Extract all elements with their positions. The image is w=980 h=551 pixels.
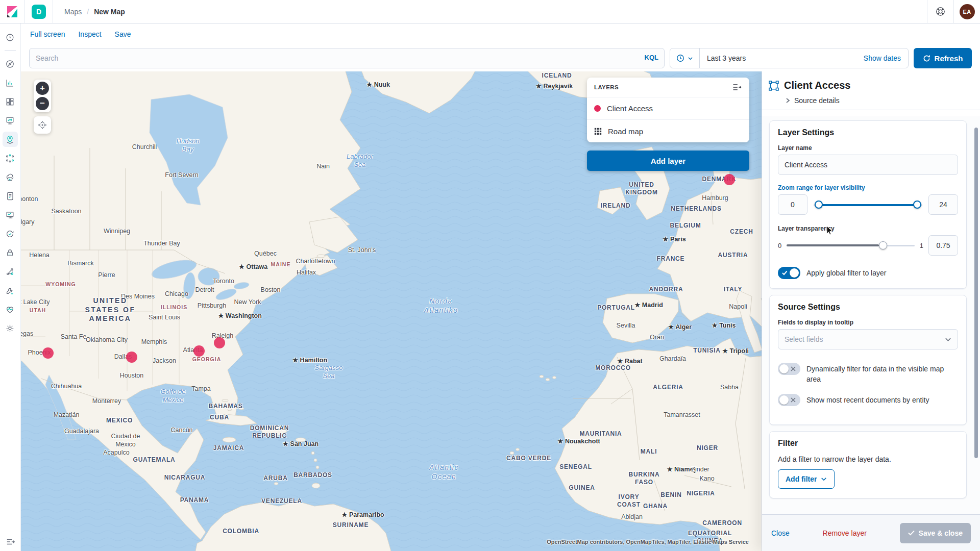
flyout-title: Client Access [784,80,850,91]
save-and-close-button[interactable]: Save & close [900,523,971,543]
time-range-value[interactable]: Last 3 years [700,54,746,62]
transparency-handle[interactable] [879,241,887,249]
close-button[interactable]: Close [771,529,790,537]
recently-viewed-icon [5,33,15,42]
sidebar-item-apm[interactable] [3,207,18,222]
zoom-range-label: Zoom range for layer visibility [778,184,958,191]
zoom-min-input[interactable]: 0 [778,194,807,215]
stack-monitoring-icon [5,305,15,314]
filter-heading: Filter [778,439,958,448]
global-filter-toggle[interactable] [778,267,800,279]
sidebar-item-security[interactable] [3,245,18,260]
sidebar-item-uptime[interactable] [3,226,18,241]
search-input[interactable] [29,48,665,68]
source-toggle[interactable] [778,363,800,375]
apm-icon [5,210,15,220]
time-picker-quick-menu[interactable] [670,48,700,68]
help-menu-button[interactable] [927,0,953,23]
flyout-scroll-area: Layer Settings Layer name Zoom range for… [762,116,980,514]
full-screen-button[interactable]: Full screen [30,30,65,38]
layers-panel: LAYERS Client Access Road map [587,78,749,142]
kibana-logo-icon [6,5,19,18]
layer-row-client-access[interactable]: Client Access [587,97,749,120]
set-view-button[interactable] [34,116,51,134]
tooltip-fields-select[interactable]: Select fields [778,329,958,349]
sidebar-item-dashboard[interactable] [3,94,18,109]
sidebar-item-canvas[interactable] [3,113,18,128]
kibana-maps-app: D Maps / New Map EA Full screen Inspect … [0,0,980,551]
layer-name: Client Access [607,104,653,113]
breadcrumb-maps[interactable]: Maps [64,8,82,16]
document-point[interactable] [724,174,735,185]
flyout-scrollbar[interactable] [974,128,978,458]
map-canvas[interactable]: ICELAND★ Nuuk★ ReykjavíkChurchillHudson … [21,71,762,551]
app-toolbar: Full screen Inspect Save [21,23,980,45]
expand-nav-icon[interactable] [6,538,15,546]
sidebar-item-management[interactable] [3,320,18,336]
source-settings-heading: Source Settings [778,303,958,312]
flyout-footer: Close Remove layer Save & close [762,514,980,551]
discover-icon [5,59,15,69]
source-toggle-label: Show most recent documents by entity [806,394,929,405]
breadcrumb: Maps / New Map [64,8,125,16]
sidebar-item-visualize[interactable] [3,75,18,90]
user-menu-button[interactable]: EA [953,0,980,23]
sidebar-item-discover[interactable] [3,56,18,71]
source-settings-card: Source Settings Fields to display in too… [769,295,967,425]
global-filter-label: Apply global filter to layer [806,267,886,278]
show-dates-button[interactable]: Show dates [864,54,908,62]
breadcrumb-current: New Map [94,8,125,16]
sidebar-item-logs[interactable] [3,188,18,204]
map-attribution[interactable]: OpenStreetMap contributors, OpenMapTiles… [547,539,749,545]
document-point[interactable] [42,347,54,359]
layer-settings-heading: Layer Settings [778,128,958,137]
document-point[interactable] [126,352,137,363]
transparency-min: 0 [778,242,781,249]
sidebar-item-graph[interactable] [3,264,18,279]
metrics-icon [5,172,15,182]
add-filter-button[interactable]: Add filter [778,469,835,489]
collapse-panel-icon[interactable] [732,83,742,92]
remove-layer-button[interactable]: Remove layer [823,529,867,537]
zoom-in-button[interactable]: + [36,82,49,95]
source-details-accordion[interactable]: Source details [785,96,972,105]
sidebar-item-machine-learning[interactable] [3,151,18,166]
sidebar-item-recently-viewed[interactable] [3,30,18,45]
document-point[interactable] [214,337,225,348]
transparency-max: 1 [920,242,923,249]
elastic-logo[interactable] [0,5,24,18]
maps-icon [5,135,15,144]
transparency-value-input[interactable]: 0.75 [928,235,958,256]
sidebar-item-metrics[interactable] [3,169,18,185]
map-zoom-controls: + − [34,80,51,112]
security-icon [5,248,15,258]
uptime-icon [5,229,15,239]
layer-row-road-map[interactable]: Road map [587,120,749,142]
refresh-button[interactable]: Refresh [914,48,972,68]
layer-name-input[interactable] [778,155,958,175]
sidebar-item-stack-monitoring[interactable] [3,302,18,317]
add-layer-button[interactable]: Add layer [587,151,749,171]
breadcrumb-separator: / [87,8,89,16]
zoom-out-button[interactable]: − [36,97,49,110]
layer-name: Road map [608,127,643,136]
space-switcher[interactable]: D [24,0,53,23]
sidebar-item-maps[interactable] [3,132,18,147]
zoom-range-slider[interactable] [814,201,922,209]
document-point[interactable] [193,345,205,357]
cross-icon [791,366,796,371]
query-language-toggle[interactable]: KQL [645,54,658,61]
dev-tools-icon [5,286,15,295]
canvas-icon [5,116,15,126]
layers-panel-title: LAYERS [594,84,619,90]
space-badge[interactable]: D [32,5,46,19]
transparency-slider[interactable] [787,241,915,249]
sidebar-item-dev-tools[interactable] [3,283,18,298]
inspect-button[interactable]: Inspect [78,30,101,38]
zoom-range-min-handle[interactable] [815,201,823,209]
source-toggle[interactable] [778,394,800,406]
save-button[interactable]: Save [115,30,131,38]
avatar[interactable]: EA [960,4,975,19]
zoom-range-max-handle[interactable] [913,201,921,209]
zoom-max-input[interactable]: 24 [928,194,958,215]
